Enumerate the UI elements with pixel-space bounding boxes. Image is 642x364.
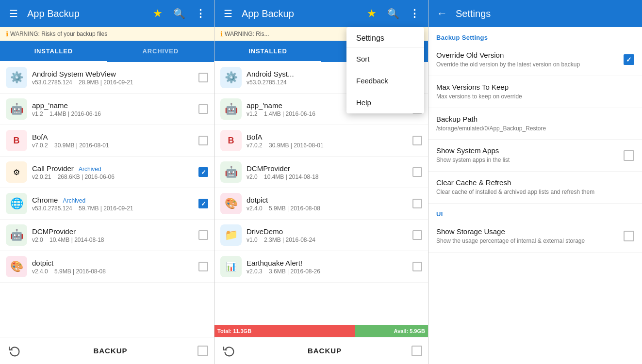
app-name: Earthquake Alert!	[247, 259, 408, 267]
list-item: 🌐 Chrome Archived v53.0.2785.124 59.7MB …	[0, 188, 214, 220]
app-icon: 🤖	[220, 161, 242, 183]
app-info: app_'name v1.2 1.4MB | 2016-06-16	[32, 101, 194, 117]
tab-installed-2[interactable]: INSTALLED	[214, 41, 321, 62]
app-meta: v2.4.0 5.9MB | 2016-08-08	[32, 268, 194, 275]
app-meta: v53.0.2785.124 28.9MB | 2016-09-21	[32, 79, 194, 86]
warning-icon-2: ℹ	[220, 30, 223, 38]
search-icon-2[interactable]: 🔍	[385, 6, 401, 21]
app-title: App Backup	[27, 8, 144, 19]
app-info: DCMProvider v2.0 10.4MB | 2014-08-18	[32, 227, 194, 243]
app-checkbox[interactable]	[198, 104, 208, 114]
settings-item-storageusage: Show Storage Usage Show the usage percen…	[428, 221, 642, 253]
list-item: 📊 Earthquake Alert! v2.0.3 3.6MB | 2016-…	[214, 251, 428, 283]
backup-button-2[interactable]: BACKUP	[242, 342, 408, 360]
storage-avail-label: Avail: 5.9GB	[355, 325, 428, 337]
dropdown-item-feedback[interactable]: Feedback	[346, 70, 424, 92]
more-icon[interactable]: ⋮	[193, 6, 208, 21]
app-icon: 🤖	[6, 98, 27, 120]
storage-bar: Total: 11.3GB Avail: 5.9GB	[214, 325, 428, 337]
app-icon: 🎨	[6, 256, 27, 277]
dropdown-item-sort[interactable]: Sort	[346, 48, 424, 70]
app-info: Call Provider Archived v2.0.21 268.6KB |…	[32, 164, 194, 180]
tab-archived[interactable]: ARCHIVED	[107, 41, 214, 62]
topbar: ☰ App Backup ★ 🔍 ⋮	[0, 0, 214, 27]
app-checkbox[interactable]	[412, 199, 422, 208]
menu-icon-2[interactable]: ☰	[220, 6, 236, 21]
settings-item-title: Override Old Version	[436, 51, 618, 59]
refresh-button[interactable]	[6, 342, 23, 360]
star-icon-2[interactable]: ★	[364, 6, 379, 21]
app-name: BofA	[247, 133, 408, 141]
settings-item-desc: Show system apps in the list	[436, 156, 618, 164]
app-checkbox[interactable]	[198, 73, 208, 82]
app-checkbox[interactable]	[198, 136, 208, 145]
app-checkbox[interactable]	[412, 167, 422, 177]
storageusage-checkbox[interactable]	[624, 231, 634, 241]
list-item: 🤖 DCMProvider v2.0 10.4MB | 2014-08-18	[214, 157, 428, 188]
settings-item-text: Show System Apps Show system apps in the…	[436, 146, 618, 164]
tab-installed[interactable]: INSTALLED	[0, 41, 107, 62]
app-icon: ⚙️	[220, 67, 242, 88]
dropdown-item-help[interactable]: Help	[346, 92, 424, 113]
override-checkbox[interactable]	[624, 54, 634, 65]
settings-item-path: /storage/emulated/0/App_Backup_Restore	[436, 125, 634, 133]
settings-item-title: Show Storage Usage	[436, 227, 618, 236]
app-info: dotpict v2.4.0 5.9MB | 2016-08-08	[32, 259, 194, 275]
settings-item-clearcache[interactable]: Clear Cache & Refresh Clear cache of ins…	[428, 172, 642, 204]
panel-settings: ← Settings Backup Settings Override Old …	[428, 0, 642, 364]
app-checkbox[interactable]	[198, 167, 208, 177]
app-badge: Archived	[63, 197, 86, 204]
app-icon: 🎨	[220, 193, 242, 214]
app-checkbox[interactable]	[198, 199, 208, 208]
app-checkbox[interactable]	[412, 262, 422, 271]
settings-item-desc: Override the old version by the latest v…	[436, 61, 618, 69]
settings-item-text: Override Old Version Override the old ve…	[436, 51, 618, 69]
list-item: ⚙️ Android System WebView v53.0.2785.124…	[0, 62, 214, 94]
app-checkbox[interactable]	[412, 136, 422, 145]
more-icon-2[interactable]: ⋮	[407, 6, 422, 21]
app-name: DCMProvider	[32, 227, 194, 236]
settings-item-title: Clear Cache & Refresh	[436, 178, 634, 187]
app-info: dotpict v2.4.0 5.9MB | 2016-08-08	[247, 196, 408, 212]
settings-content: Backup Settings Override Old Version Ove…	[428, 27, 642, 364]
list-item: 🎨 dotpict v2.4.0 5.9MB | 2016-08-08	[214, 188, 428, 220]
app-meta: v1.0 2.3MB | 2016-08-24	[247, 237, 408, 243]
refresh-button-2[interactable]	[220, 342, 238, 360]
app-info: BofA v7.0.2 30.9MB | 2016-08-01	[32, 133, 194, 149]
settings-title: Settings	[456, 8, 636, 19]
app-name: DCMProvider	[247, 164, 408, 173]
settings-item-text: Max Versions To Keep Max versions to kee…	[436, 83, 634, 101]
menu-icon[interactable]: ☰	[6, 6, 21, 21]
app-icon: B	[220, 130, 242, 151]
settings-item-title: Max Versions To Keep	[436, 83, 634, 91]
storage-used-label: Total: 11.3GB	[214, 325, 355, 337]
app-info: Earthquake Alert! v2.0.3 3.6MB | 2016-08…	[247, 259, 408, 275]
list-item: ⚙ Call Provider Archived v2.0.21 268.6KB…	[0, 157, 214, 188]
select-all-checkbox[interactable]	[198, 346, 208, 356]
settings-item-text: Clear Cache & Refresh Clear cache of ins…	[436, 178, 634, 196]
app-checkbox[interactable]	[198, 262, 208, 271]
app-info: DriveDemo v1.0 2.3MB | 2016-08-24	[247, 227, 408, 243]
app-meta: v2.0.3 3.6MB | 2016-08-26	[247, 268, 408, 275]
app-icon: 📁	[220, 224, 242, 246]
app-name: Android System WebView	[32, 70, 194, 78]
back-button[interactable]: ←	[434, 6, 450, 21]
backup-button[interactable]: BACKUP	[27, 342, 194, 360]
select-all-checkbox-2[interactable]	[412, 346, 422, 356]
settings-topbar: ← Settings	[428, 0, 642, 27]
section-label-ui: UI	[428, 204, 642, 221]
star-icon[interactable]: ★	[150, 6, 165, 21]
app-checkbox[interactable]	[198, 230, 208, 240]
app-name: app_'name	[32, 101, 194, 110]
settings-item-desc: Show the usage percentage of internal & …	[436, 237, 618, 245]
app-meta: v1.2 1.4MB | 2016-06-16	[32, 111, 194, 117]
app-meta: v7.0.2 30.9MB | 2016-08-01	[32, 142, 194, 149]
list-item: 🤖 app_'name v1.2 1.4MB | 2016-06-16	[0, 94, 214, 125]
settings-item-title: Show System Apps	[436, 146, 618, 155]
search-icon[interactable]: 🔍	[171, 6, 187, 21]
systemapps-checkbox[interactable]	[624, 150, 634, 161]
settings-item-title: Backup Path	[436, 115, 634, 123]
settings-item-systemapps: Show System Apps Show system apps in the…	[428, 140, 642, 172]
app-checkbox[interactable]	[412, 230, 422, 240]
dropdown-header: Settings	[346, 27, 424, 48]
